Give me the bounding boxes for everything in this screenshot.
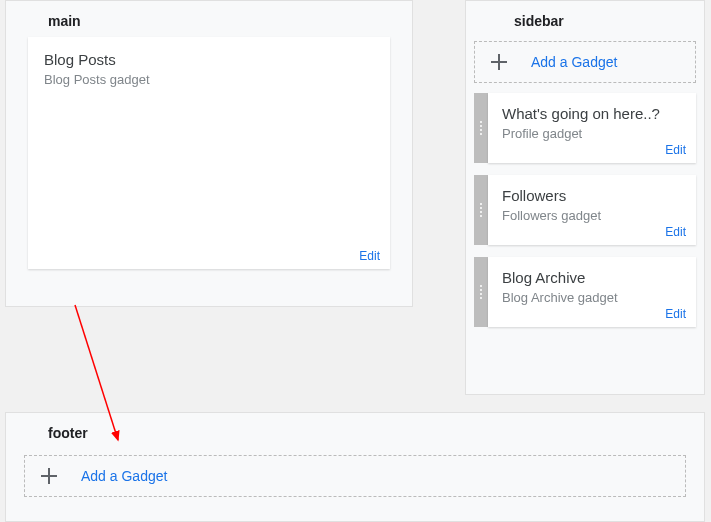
gadget-title: Blog Archive [502,269,682,286]
plus-icon [41,468,57,484]
gadget-title: What's going on here..? [502,105,682,122]
gadget-subtitle: Followers gadget [502,208,682,223]
edit-link[interactable]: Edit [359,249,380,263]
drag-handle-icon[interactable] [474,175,488,245]
gadget-subtitle: Blog Archive gadget [502,290,682,305]
section-sidebar-title: sidebar [466,1,704,37]
edit-link[interactable]: Edit [665,225,686,239]
gadget-row: Followers Followers gadget Edit [474,175,696,245]
gadget-row: What's going on here..? Profile gadget E… [474,93,696,163]
section-main: main Blog Posts Blog Posts gadget Edit [5,0,413,307]
gadget-subtitle: Blog Posts gadget [44,72,374,87]
gadget-subtitle: Profile gadget [502,126,682,141]
add-gadget-footer[interactable]: Add a Gadget [24,455,686,497]
gadget-title: Blog Posts [44,51,374,68]
add-gadget-label: Add a Gadget [81,468,167,484]
section-main-title: main [6,1,412,37]
gadget-title: Followers [502,187,682,204]
section-footer: footer Add a Gadget [5,412,705,522]
add-gadget-sidebar[interactable]: Add a Gadget [474,41,696,83]
gadget-followers[interactable]: Followers Followers gadget Edit [488,175,696,245]
gadget-archive[interactable]: Blog Archive Blog Archive gadget Edit [488,257,696,327]
gadget-row: Blog Archive Blog Archive gadget Edit [474,257,696,327]
gadget-blog-posts[interactable]: Blog Posts Blog Posts gadget Edit [28,37,390,269]
gadget-profile[interactable]: What's going on here..? Profile gadget E… [488,93,696,163]
add-gadget-label: Add a Gadget [531,54,617,70]
section-sidebar: sidebar Add a Gadget What's going on her… [465,0,705,395]
section-footer-title: footer [6,413,704,449]
edit-link[interactable]: Edit [665,307,686,321]
edit-link[interactable]: Edit [665,143,686,157]
plus-icon [491,54,507,70]
drag-handle-icon[interactable] [474,93,488,163]
drag-handle-icon[interactable] [474,257,488,327]
